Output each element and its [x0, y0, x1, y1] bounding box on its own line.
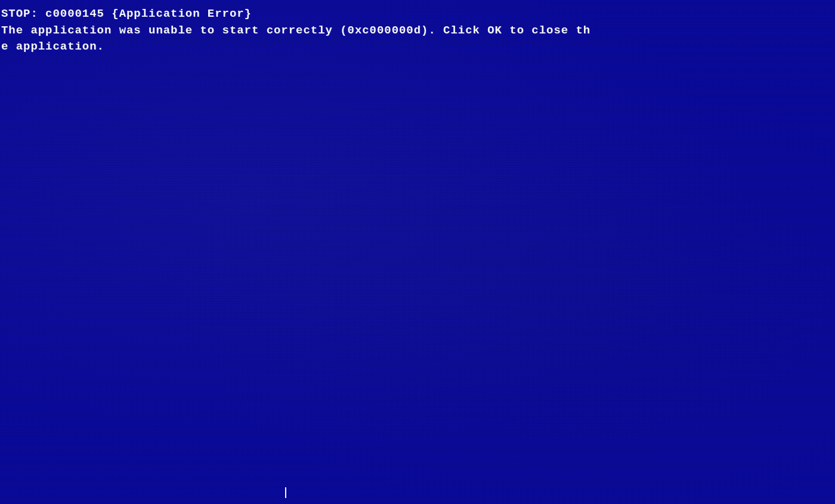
- error-message: STOP: c0000145 {Application Error} The a…: [1, 6, 835, 55]
- bsod-screen: STOP: c0000145 {Application Error} The a…: [0, 0, 835, 504]
- scanline-overlay: [0, 0, 835, 504]
- cursor: [285, 487, 286, 498]
